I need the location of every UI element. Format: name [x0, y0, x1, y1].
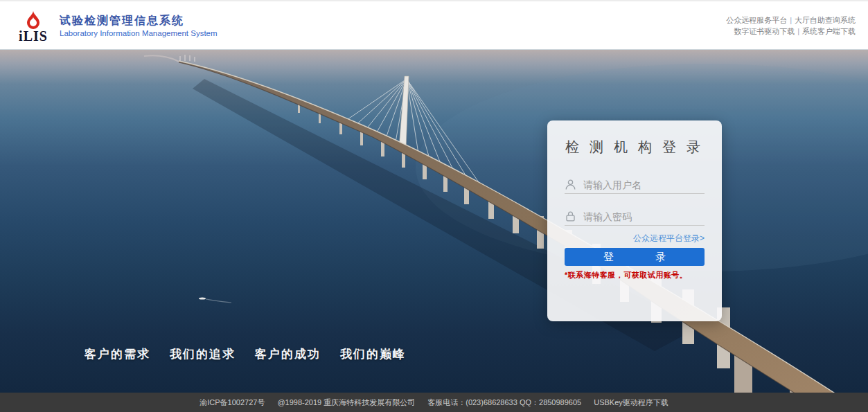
trial-account-hint: *联系海特客服，可获取试用账号。 — [565, 270, 705, 280]
footer: 渝ICP备1002727号 @1998-2019 重庆海特科技发展有限公司 客服… — [0, 393, 868, 412]
bridge-photo-illustration — [0, 50, 868, 393]
header-links-row2: 数字证书驱动下载|系统客户端下载 — [726, 26, 856, 37]
link-separator: | — [797, 27, 799, 35]
remote-login-row: 公众远程平台登录> — [565, 231, 705, 242]
slogan-phrase: 我们的巅峰 — [340, 346, 406, 362]
lock-icon — [565, 211, 576, 222]
password-input[interactable] — [583, 211, 705, 222]
app-title-en: Laboratory Information Management System — [60, 28, 218, 39]
link-cert-driver-download[interactable]: 数字证书驱动下载 — [734, 27, 795, 35]
login-button[interactable]: 登 录 — [565, 248, 705, 266]
app-titles: 试验检测管理信息系统 Laboratory Information Manage… — [60, 12, 218, 39]
hero-section: 客户的需求 我们的追求 客户的成功 我们的巅峰 检 测 机 构 登 录 公众远程… — [0, 50, 868, 393]
slogan-phrase: 客户的成功 — [255, 346, 321, 362]
link-client-download[interactable]: 系统客户端下载 — [802, 27, 856, 35]
usbkey-driver-download-link[interactable]: USBKey驱动程序下载 — [594, 397, 668, 408]
username-input[interactable] — [583, 179, 705, 190]
password-field-row — [565, 208, 705, 226]
slogan-phrase: 我们的追求 — [170, 346, 236, 362]
icp-number: 渝ICP备1002727号 — [200, 397, 265, 408]
login-panel: 检 测 机 构 登 录 公众远程平台登录> 登 录 *联系海特客服，可获取试用账… — [547, 120, 722, 321]
slogan: 客户的需求 我们的追求 客户的成功 我们的巅峰 — [85, 346, 406, 362]
public-remote-platform-login-link[interactable]: 公众远程平台登录> — [633, 233, 705, 243]
app-logo: iLIS — [15, 10, 51, 42]
header: iLIS 试验检测管理信息系统 Laboratory Information M… — [0, 0, 868, 50]
flame-icon — [24, 10, 43, 30]
login-title: 检 测 机 构 登 录 — [565, 138, 705, 155]
link-public-remote-service[interactable]: 公众远程服务平台 — [726, 16, 787, 24]
link-hall-self-query[interactable]: 大厅自助查询系统 — [795, 16, 856, 24]
user-icon — [565, 179, 576, 190]
copyright-text: @1998-2019 重庆海特科技发展有限公司 — [277, 397, 415, 408]
contact-info: 客服电话：(023)68628633 QQ：2850989605 — [427, 397, 581, 408]
link-separator: | — [790, 16, 792, 24]
header-links-row1: 公众远程服务平台|大厅自助查询系统 — [726, 15, 856, 26]
slogan-phrase: 客户的需求 — [85, 346, 150, 362]
username-field-row — [565, 176, 705, 194]
logo-text: iLIS — [19, 30, 48, 42]
header-links: 公众远程服务平台|大厅自助查询系统 数字证书驱动下载|系统客户端下载 — [726, 15, 857, 37]
app-title-cn: 试验检测管理信息系统 — [60, 14, 218, 28]
